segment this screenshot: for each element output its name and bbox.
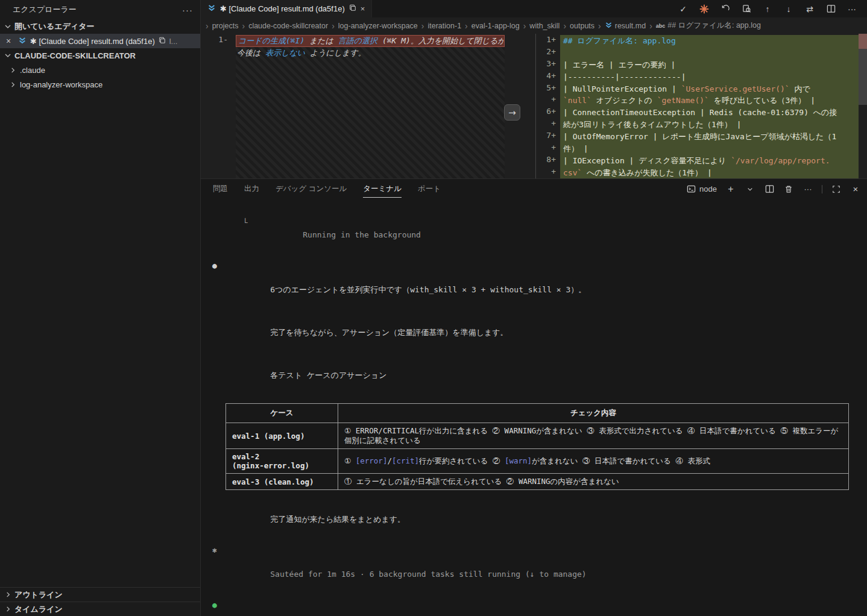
check-icon[interactable]: ✓ [678,4,689,14]
tab-result-md[interactable]: ✱ [Claude Code] result.md (da5f1e) × [201,0,372,17]
chevron-down-icon [4,51,12,60]
table-cell-case: eval-1 (app.log) [226,423,338,449]
terminal-instance[interactable]: node [686,184,717,195]
tab-title: ✱ [Claude Code] result.md (da5f1e) [220,4,345,13]
removed-line-segment: (⌘K M)。入力を開始して閉じるか、 [377,36,505,45]
breadcrumb-item[interactable]: log-analyzer-workspace [338,22,418,30]
breadcrumb-separator: › [242,21,245,31]
sidebar-section-アウトライン[interactable]: アウトライン [0,587,200,602]
panel-header: 問題出力デバッグ コンソールターミナルポート node + ··· × [201,179,867,199]
close-panel-icon[interactable]: × [850,184,861,195]
line-number: 1+ [536,35,560,47]
line-content: | OutOfMemoryError | レポート生成時にJavaヒープ領域が枯… [560,131,859,143]
panel-actions: node + ··· × [686,184,861,195]
tab-close-icon[interactable]: × [361,4,365,13]
line-content: | NullPointerException | `UserService.ge… [560,83,859,95]
open-changes-icon[interactable] [741,4,752,14]
panel-tab-デバッグ コンソール[interactable]: デバッグ コンソール [276,180,347,198]
line-number: 3+ [536,59,560,71]
diff-original-pane: 1- コードの生成(⌘I) または 言語の選択 (⌘K M)。入力を開始して閉じ… [201,34,536,178]
removed-line-segment[interactable]: コードの生成(⌘I) [238,36,304,45]
line-content: ## ログファイル名: app.log [560,35,859,47]
more-actions-icon[interactable]: ··· [847,4,857,14]
bottom-panel: 問題出力デバッグ コンソールターミナルポート node + ··· × [201,178,867,616]
diff-added-row: +`null` オブジェクトの `getName()` を呼び出している（3件）… [536,95,867,107]
breadcrumb-item[interactable]: with_skill [529,22,560,30]
diff-editor: 1- コードの生成(⌘I) または 言語の選択 (⌘K M)。入力を開始して閉じ… [201,34,867,178]
removed-line-segment[interactable]: 表示しない [265,48,305,57]
workspace-section[interactable]: CLAUDE-CODE-SKILLCREATOR [0,48,200,63]
open-editor-item[interactable]: × ✱ [Claude Code] result.md (da5f1e) l..… [0,34,200,48]
diff-added-row: +続が3回リトライ後もタイムアウトした（1件） | [536,119,867,131]
breadcrumb-separator: › [563,21,566,31]
line-number: + [536,95,560,107]
panel-tab-ターミナル[interactable]: ターミナル [363,180,402,198]
breadcrumb-item[interactable]: claude-code-skillcreator [248,22,328,30]
breadcrumb-separator: › [421,21,424,31]
tab-strip: ✱ [Claude Code] result.md (da5f1e) × ✓ ↑… [201,0,867,17]
sidebar-section-タイムライン[interactable]: タイムライン [0,602,200,616]
claude-star-icon[interactable] [699,4,710,14]
scrollbar-thumb[interactable] [859,34,867,105]
sidebar-folder-log-analyzer-workspace[interactable]: log-analyzer-workspace [0,77,200,92]
explorer-more-icon[interactable]: ··· [182,5,193,15]
terminal-line-prepare: 完了を待ちながら、アサーション（定量評価基準）を準備します。 [212,315,861,351]
added-line-segment: 件） | [563,144,588,153]
check-segment: が含まれない ③ 日本語で書かれている ④ 表形式 [532,456,710,465]
added-line-segment: | NullPointerException | [563,84,681,93]
terminal-line-summary: 完了通知が来たら結果をまとめます。 [212,501,861,538]
assertion-table: ケースチェック内容 eval-1 (app.log)① ERROR/CRITIC… [225,403,849,490]
check-segment: ① エラーなしの旨が日本語で伝えられている ② WARNINGの内容が含まれない [344,477,619,486]
running-text: Running in the background [290,230,421,239]
breadcrumb-label: eval-1-app-log [471,22,520,30]
sidebar-folder-.claude[interactable]: .claude [0,63,200,77]
open-editors-label: 開いているエディター [14,21,94,32]
copy-icon[interactable] [159,37,166,46]
panel-tab-問題[interactable]: 問題 [213,180,228,198]
discard-icon[interactable] [720,4,731,14]
chevron-right-icon [8,66,17,74]
new-terminal-icon[interactable]: + [725,184,736,195]
section-label: アウトライン [14,589,63,600]
next-change-icon[interactable]: ↓ [783,4,794,14]
split-editor-icon[interactable] [825,4,836,14]
workspace-label: CLAUDE-CODE-SKILLCREATOR [14,51,136,60]
diff-added-row: 6+| ConnectionTimeoutException | Redis (… [536,107,867,119]
bullet-green-icon: ● [212,599,217,611]
close-icon[interactable]: × [6,36,14,46]
added-line-segment: を呼び出している（3件） | [709,96,815,105]
line-number: + [536,143,560,155]
check-segment: [error] [356,456,388,465]
swap-sides-icon[interactable]: ⇄ [804,4,815,14]
copy-icon[interactable] [349,4,356,13]
previous-change-icon[interactable]: ↑ [762,4,773,14]
kill-terminal-icon[interactable] [783,184,794,195]
added-line-segment: | OutOfMemoryError | レポート生成時にJavaヒープ領域が枯… [563,132,836,141]
folder-label: log-analyzer-workspace [20,80,102,89]
diff-added-row: 7+| OutOfMemoryError | レポート生成時にJavaヒープ領域… [536,131,867,143]
diff-arrows-icon [605,21,613,31]
line-number: 2+ [536,47,560,59]
terminal-line-running: └ Running in the background [212,205,861,253]
removed-line-segment[interactable]: 言語の選択 [338,36,377,45]
split-terminal-icon[interactable] [764,184,775,195]
breadcrumb-item[interactable]: result.md [605,21,646,31]
breadcrumb-item[interactable]: eval-1-app-log [471,22,520,30]
line-content: `null` オブジェクトの `getName()` を呼び出している（3件） … [560,95,859,107]
terminal-dropdown-icon[interactable] [745,184,755,195]
panel-tab-出力[interactable]: 出力 [244,180,259,198]
maximize-panel-icon[interactable] [831,184,842,195]
revert-block-button[interactable]: → [504,104,520,121]
assert-title-text: 各テスト ケースのアサーション [270,371,386,380]
breadcrumb-item[interactable]: abc## ログファイル名: app.log [656,20,761,31]
line-number: + [536,119,560,131]
panel-tab-ポート[interactable]: ポート [418,180,441,198]
breadcrumb-item[interactable]: projects [212,22,239,30]
breadcrumb-item[interactable]: iteration-1 [428,22,462,30]
open-editors-section[interactable]: 開いているエディター [0,19,200,34]
removed-line-segment: または [304,36,338,45]
panel-more-icon[interactable]: ··· [802,184,813,195]
breadcrumb-item[interactable]: outputs [570,22,594,30]
added-line-segment: オブジェクトの [591,96,657,105]
line-number: 1- [201,35,236,47]
